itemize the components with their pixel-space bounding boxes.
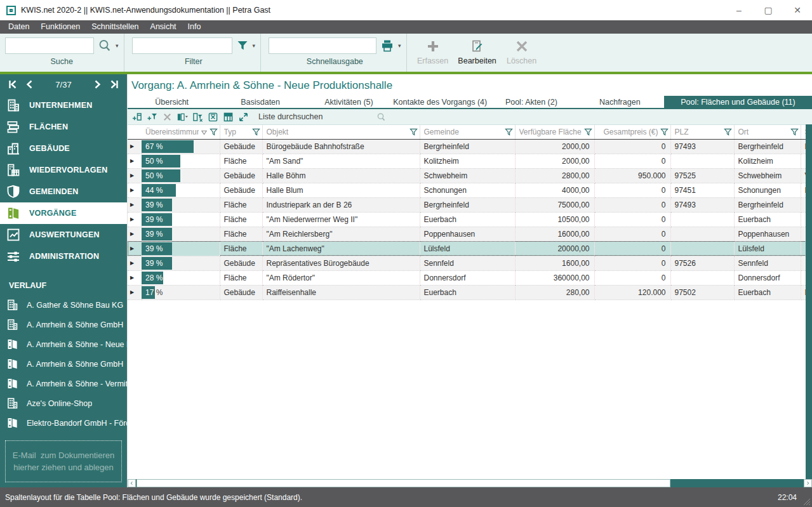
row-expand-icon[interactable]: ▶ <box>128 227 142 241</box>
menu-item-schnittstellen[interactable]: Schnittstellen <box>86 20 144 34</box>
filter-input[interactable] <box>132 37 232 54</box>
row-expand-icon[interactable]: ▶ <box>128 270 142 285</box>
sidebar-item-flächen[interactable]: FLÄCHEN <box>0 116 127 138</box>
column-chooser-icon[interactable] <box>177 112 188 122</box>
bearbeiten-button[interactable]: Bearbeiten <box>458 36 497 69</box>
next-page-icon[interactable] <box>90 79 104 89</box>
first-page-icon[interactable] <box>6 79 20 89</box>
column-header-preis[interactable]: Gesamtpreis (€) <box>594 125 670 139</box>
add-filter-icon[interactable] <box>147 112 157 122</box>
table-row[interactable]: ▶50 %50 %Fläche"Am Sand"Kolitzheim2000,0… <box>128 154 806 168</box>
table-row[interactable]: ▶28 %28 %Fläche"Am Rödertor"Donnersdorf3… <box>128 270 806 285</box>
scroll-left-icon[interactable] <box>128 479 136 487</box>
tab-übersicht[interactable]: Übersicht <box>128 96 216 108</box>
last-page-icon[interactable] <box>107 79 121 89</box>
tab-basisdaten[interactable]: Basisdaten <box>216 96 304 108</box>
table-row[interactable]: ▶17 %17 %GebäudeRaiffeisenhalleEuerbach2… <box>128 285 806 300</box>
table-row[interactable]: ▶39 %39 %Fläche"Am Reichlersberg"Poppenh… <box>128 227 806 241</box>
sidebar-item-wiedervorlagen[interactable]: WIEDERVORLAGEN <box>0 159 127 181</box>
filter-funnel-icon[interactable] <box>210 128 218 136</box>
table-row[interactable]: ▶39 %39 %FlächeIndustriepark an der B 26… <box>128 197 806 212</box>
sidebar-item-gebäude[interactable]: GEBÄUDE <box>0 138 127 159</box>
sidebar-item-unternehmen[interactable]: UNTERNEHMEN <box>0 95 127 116</box>
email-dropzone[interactable]: E-Mail zum Dokumentieren hierher ziehen … <box>5 440 122 482</box>
row-expand-icon[interactable]: ▶ <box>128 256 142 270</box>
history-item[interactable]: Aze's Online-Shop <box>0 393 127 413</box>
magnifier-icon[interactable] <box>98 39 112 53</box>
quick-output-input[interactable] <box>269 37 376 54</box>
clear-filter-icon[interactable] <box>162 112 173 122</box>
table-row[interactable]: ▶44 %44 %GebäudeHalle BlumSchonungen4000… <box>128 183 806 197</box>
menu-item-info[interactable]: Info <box>182 20 207 34</box>
tab-pool-akten-2[interactable]: Pool: Akten (2) <box>487 96 575 108</box>
row-expand-icon[interactable]: ▶ <box>128 197 142 212</box>
column-header-objekt[interactable]: Objekt <box>262 125 420 139</box>
filter-funnel-icon[interactable] <box>252 128 260 136</box>
remove-column-icon[interactable] <box>192 112 203 122</box>
fit-columns-icon[interactable] <box>238 112 249 122</box>
minimize-button[interactable]: – <box>724 0 754 20</box>
menu-item-funktionen[interactable]: Funktionen <box>35 20 86 34</box>
sidebar-item-gemeinden[interactable]: GEMEINDEN <box>0 181 127 202</box>
sidebar-item-administration[interactable]: ADMINISTRATION <box>0 246 127 267</box>
column-header-flaeche[interactable]: Verfügbare Fläche (... <box>515 125 594 139</box>
row-expand-icon[interactable]: ▶ <box>128 139 142 154</box>
maximize-button[interactable]: ▢ <box>754 0 783 20</box>
pin-column-icon[interactable] <box>131 112 142 122</box>
filter-funnel-icon[interactable] <box>584 128 592 136</box>
menu-item-ansicht[interactable]: Ansicht <box>145 20 182 34</box>
tab-kontakte-des-vorgangs-4[interactable]: Kontakte des Vorgangs (4) <box>393 96 487 108</box>
table-row[interactable]: ▶67 %67 %GebäudeBürogebäude Bahnhofstraß… <box>128 139 806 154</box>
quick-output-caret-down-icon[interactable]: ▾ <box>398 43 401 49</box>
row-expand-icon[interactable]: ▶ <box>128 285 142 300</box>
tab-nachfragen[interactable]: Nachfragen <box>576 96 664 108</box>
history-item[interactable]: A. Gather & Söhne Bau KG <box>0 295 127 315</box>
filter-funnel-icon[interactable] <box>660 128 669 136</box>
table-row[interactable]: ▶39 %39 %Fläche"Am Lachenweg"Lülsfeld200… <box>128 241 806 256</box>
list-search-magnifier-icon[interactable] <box>376 112 386 122</box>
row-expand-icon[interactable]: ▶ <box>128 241 142 256</box>
funnel-icon[interactable] <box>236 39 249 52</box>
column-header-ort[interactable]: Ort <box>734 125 801 139</box>
history-item[interactable]: A. Amrhein & Söhne - Neue Pr... <box>0 334 127 354</box>
printer-icon[interactable] <box>380 39 394 53</box>
prev-page-icon[interactable] <box>23 79 37 89</box>
filter-caret-down-icon[interactable]: ▾ <box>253 43 256 49</box>
history-item[interactable]: A. Amrhein & Söhne GmbH <box>0 354 127 374</box>
table-row[interactable]: ▶39 %39 %GebäudeRepräsentatives Bürogebä… <box>128 256 806 270</box>
filter-funnel-icon[interactable] <box>724 128 732 136</box>
row-expand-icon[interactable]: ▶ <box>128 183 142 197</box>
row-expand-icon[interactable]: ▶ <box>128 154 142 168</box>
close-button[interactable]: ✕ <box>783 0 812 20</box>
sort-descending-icon[interactable] <box>201 129 208 135</box>
row-expand-icon[interactable]: ▶ <box>128 212 142 227</box>
scroll-right-icon[interactable] <box>804 479 812 487</box>
tab-pool-flächen-und-gebäude-11[interactable]: Pool: Flächen und Gebäude (11) <box>664 96 812 108</box>
export-excel-icon[interactable] <box>208 112 218 122</box>
grid-layout-icon[interactable] <box>223 112 234 122</box>
column-header-gemeinde[interactable]: Gemeinde <box>420 125 515 139</box>
column-header-typ[interactable]: Typ <box>220 125 262 139</box>
history-item[interactable]: A. Amrhein & Söhne GmbH <box>0 315 127 334</box>
resize-grip-icon[interactable] <box>803 498 811 506</box>
list-search-input[interactable] <box>258 112 360 121</box>
search-input[interactable] <box>5 37 94 54</box>
column-header-match[interactable]: Übereinstimmung <box>142 125 220 139</box>
horizontal-scroll-thumb[interactable] <box>136 479 670 487</box>
filter-funnel-icon[interactable] <box>790 128 799 136</box>
column-header-strasse[interactable]: S <box>801 125 806 139</box>
horizontal-scrollbar[interactable] <box>128 479 812 487</box>
sidebar-item-auswertungen[interactable]: AUSWERTUNGEN <box>0 224 127 246</box>
history-item[interactable]: A. Amrhein & Söhne - Vermittl... <box>0 374 127 393</box>
table-row[interactable]: ▶50 %50 %GebäudeHalle BöhmSchwebheim2800… <box>128 168 806 183</box>
sidebar-item-vorgänge[interactable]: VORGÄNGE <box>0 202 127 224</box>
row-expand-icon[interactable]: ▶ <box>128 168 142 183</box>
column-header-plz[interactable]: PLZ <box>670 125 734 139</box>
filter-funnel-icon[interactable] <box>505 128 513 136</box>
vertical-scrollbar[interactable] <box>806 124 812 479</box>
history-item[interactable]: Elektro-Bandorf GmbH - Förde... <box>0 413 127 433</box>
search-caret-down-icon[interactable]: ▾ <box>116 43 119 49</box>
tab-aktivitäten-5[interactable]: Aktivitäten (5) <box>305 96 393 108</box>
menu-item-daten[interactable]: Daten <box>3 20 35 34</box>
table-row[interactable]: ▶39 %39 %Fläche"Am Niederwerrner Weg II"… <box>128 212 806 227</box>
